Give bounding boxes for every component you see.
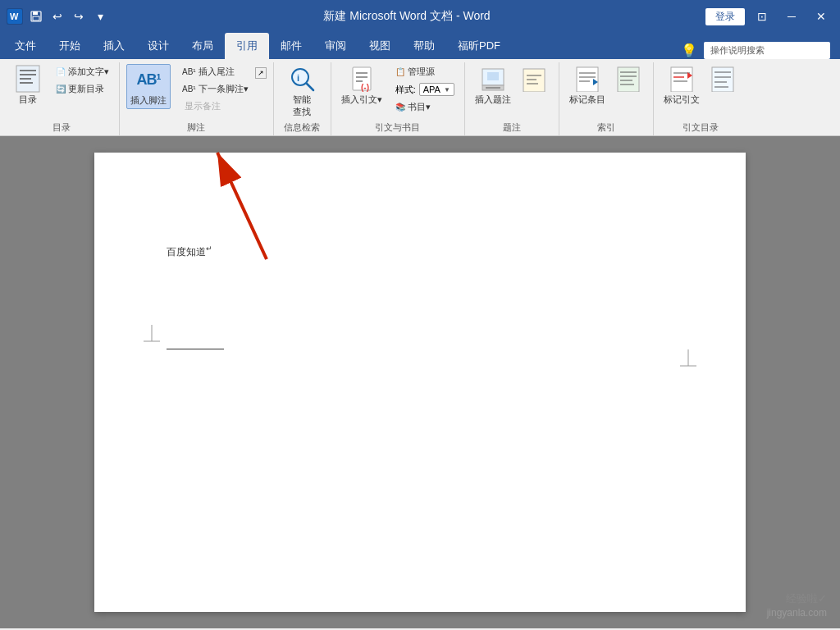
arrow-annotation <box>168 136 291 267</box>
tab-file[interactable]: 文件 <box>3 33 48 59</box>
lightbulb-icon: 💡 <box>681 43 697 58</box>
svg-rect-3 <box>33 11 38 15</box>
ribbon-group-toc: 目录 📄 添加文字▾ 🔄 更新目录 目录 <box>3 62 120 135</box>
insert-footnote-icon: AB¹ <box>135 66 162 93</box>
footnote-separator <box>167 349 224 349</box>
ribbon-group-search: i 智能查找 信息检索 <box>274 62 331 135</box>
svg-text:W: W <box>10 11 19 21</box>
show-notes-button: 显示备注 <box>179 98 252 114</box>
tab-design[interactable]: 设计 <box>136 33 180 59</box>
document-page[interactable]: 百度知道↵ <box>94 153 746 612</box>
style-label: 样式: <box>395 84 416 96</box>
footnotes-expand-btn[interactable]: ↗ <box>255 67 267 79</box>
insert-table-auth-icon <box>710 66 736 92</box>
tab-references[interactable]: 引用 <box>225 33 269 59</box>
svg-rect-26 <box>577 67 598 92</box>
tab-fbd[interactable]: 福昕PDF <box>446 33 512 59</box>
watermark: 经验啦✓ jingyanla.com <box>767 591 827 620</box>
footnotes-group-content: AB¹ 插入脚注 AB¹ 插入尾注 AB¹ 下一条脚注▾ 显示备注 <box>126 64 267 120</box>
search-group-content: i 智能查找 <box>284 64 320 120</box>
cite-index-group-label: 引文目录 <box>660 120 741 135</box>
insert-index-button[interactable] <box>610 64 646 107</box>
ribbon-group-cite-index: 标记引文 引文目录 <box>654 62 747 135</box>
title-bar-title: 新建 Microsoft Word 文档 - Word <box>108 9 705 24</box>
toc-button[interactable]: 目录 <box>10 64 46 107</box>
svg-rect-31 <box>618 67 639 92</box>
login-button[interactable]: 登录 <box>705 8 745 25</box>
tab-help[interactable]: 帮助 <box>402 33 446 59</box>
mark-citation-icon <box>669 66 695 92</box>
manage-sources-button[interactable]: 📋 管理源 <box>392 64 458 80</box>
insert-caption-label: 插入题注 <box>475 94 511 106</box>
index-group-label: 索引 <box>566 120 646 135</box>
style-dropdown[interactable]: APA ▼ <box>419 83 454 96</box>
svg-rect-22 <box>523 69 545 92</box>
cross-ref-icon <box>521 66 547 92</box>
mark-entry-button[interactable]: 标记条目 <box>566 64 609 107</box>
mark-citation-button[interactable]: 标记引文 <box>660 64 703 107</box>
insert-index-icon <box>615 66 641 92</box>
insert-citation-label: 插入引文▾ <box>341 94 382 106</box>
add-text-button[interactable]: 📄 添加文字▾ <box>52 64 112 80</box>
undo-quick-btn[interactable]: ↩ <box>49 8 66 25</box>
tab-layout[interactable]: 布局 <box>180 33 225 59</box>
citations-group-label: 引文与书目 <box>338 120 458 135</box>
bibliography-button[interactable]: 📚 书目▾ <box>392 99 458 115</box>
document-area: 百度知道↵ <box>0 136 840 628</box>
insert-footnote-label: 插入脚注 <box>130 94 167 107</box>
tab-mailings[interactable]: 邮件 <box>269 33 313 59</box>
tab-home[interactable]: 开始 <box>48 33 92 59</box>
next-footnote-icon: AB¹ <box>182 84 196 94</box>
word-icon: W <box>7 8 23 25</box>
title-bar: W ↩ ↪ ▾ 新建 Microsoft Word 文档 - Word 登录 ⊡… <box>0 0 840 33</box>
update-toc-button[interactable]: 🔄 更新目录 <box>52 81 112 97</box>
insert-caption-button[interactable]: 插入题注 <box>472 64 514 107</box>
svg-text:(-): (-) <box>361 83 369 92</box>
bibliography-icon: 📚 <box>395 103 405 112</box>
insert-citation-button[interactable]: (-) 插入引文▾ <box>338 64 386 107</box>
insert-endnote-button[interactable]: AB¹ 插入尾注 <box>179 64 252 80</box>
toc-small-btns: 📄 添加文字▾ 🔄 更新目录 <box>52 64 112 97</box>
toc-group-content: 目录 📄 添加文字▾ 🔄 更新目录 <box>10 64 112 120</box>
search-group-label: 信息检索 <box>281 120 324 135</box>
ribbon-group-citations: (-) 插入引文▾ 📋 管理源 样式: APA ▼ <box>331 62 465 135</box>
insert-endnote-icon: AB¹ <box>182 67 196 76</box>
tab-view[interactable]: 视图 <box>358 33 402 59</box>
cross-ref-button[interactable] <box>516 64 552 107</box>
insert-footnote-button[interactable]: AB¹ 插入脚注 <box>126 64 171 109</box>
title-bar-right: 登录 ⊡ ─ ✕ <box>705 4 833 29</box>
index-group-content: 标记条目 <box>566 64 646 120</box>
captions-group-label: 题注 <box>472 120 552 135</box>
search-box[interactable]: 操作说明搜索 <box>704 42 830 59</box>
mark-entry-label: 标记条目 <box>569 94 605 106</box>
style-dropdown-arrow: ▼ <box>444 86 450 94</box>
save-quick-btn[interactable] <box>28 8 44 25</box>
svg-text:i: i <box>297 73 299 83</box>
toc-group-label: 目录 <box>10 120 112 135</box>
svg-rect-19 <box>487 72 499 80</box>
toc-label: 目录 <box>19 94 37 106</box>
smart-search-label: 智能查找 <box>293 94 311 118</box>
tab-review[interactable]: 审阅 <box>313 33 358 59</box>
smart-search-button[interactable]: i 智能查找 <box>284 64 320 120</box>
right-margin-mark <box>680 349 696 377</box>
svg-rect-36 <box>671 67 692 92</box>
insert-table-auth-button[interactable] <box>705 64 741 107</box>
footnotes-small-btns: AB¹ 插入尾注 AB¹ 下一条脚注▾ 显示备注 <box>179 64 252 114</box>
svg-point-10 <box>292 69 308 85</box>
minimize-button[interactable]: ─ <box>779 4 804 29</box>
restore-button[interactable]: ⊡ <box>750 4 774 29</box>
insert-citation-icon: (-) <box>349 66 375 92</box>
next-footnote-button[interactable]: AB¹ 下一条脚注▾ <box>179 81 252 97</box>
title-bar-left: W ↩ ↪ ▾ <box>7 8 108 25</box>
svg-line-12 <box>307 84 313 90</box>
footnotes-group-label: 脚注 <box>126 120 267 135</box>
citations-small-btns: 📋 管理源 样式: APA ▼ 📚 书目▾ <box>392 64 458 115</box>
close-button[interactable]: ✕ <box>809 4 833 29</box>
manage-sources-icon: 📋 <box>395 67 405 76</box>
tab-insert[interactable]: 插入 <box>92 33 136 59</box>
svg-rect-4 <box>33 16 39 21</box>
update-toc-icon: 🔄 <box>56 84 66 94</box>
customize-quick-btn[interactable]: ▾ <box>92 8 108 25</box>
redo-quick-btn[interactable]: ↪ <box>71 8 87 25</box>
